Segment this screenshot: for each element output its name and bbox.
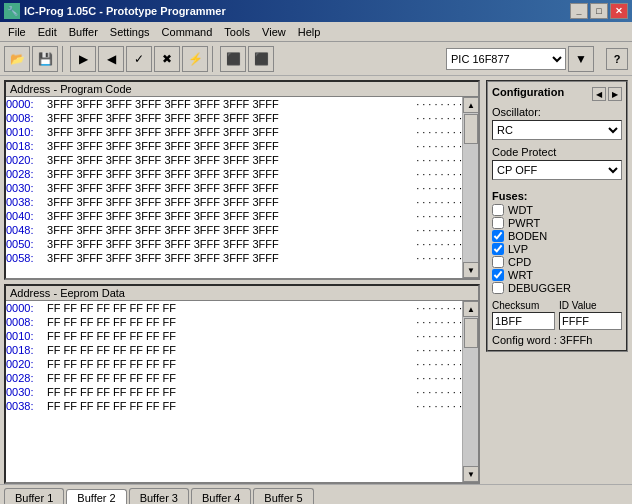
separator-2 <box>212 46 216 72</box>
table-row[interactable]: 0030: FF FF FF FF FF FF FF FF · · · · · … <box>6 385 462 399</box>
menu-command[interactable]: Command <box>156 24 219 40</box>
fuse-label-debugger: DEBUGGER <box>508 282 571 294</box>
menu-bar: File Edit Buffer Settings Command Tools … <box>0 22 632 42</box>
device-dropdown-arrow[interactable]: ▼ <box>568 46 594 72</box>
menu-view[interactable]: View <box>256 24 292 40</box>
title-text: IC-Prog 1.05C - Prototype Programmer <box>24 5 226 17</box>
fuse-checkbox-boden[interactable] <box>492 230 504 242</box>
minimize-button[interactable]: _ <box>570 3 588 19</box>
fuse-label-cpd: CPD <box>508 256 531 268</box>
copy-button[interactable]: ⬛ <box>220 46 246 72</box>
address: 0050: <box>6 237 44 251</box>
dots: · · · · · · · · <box>410 301 462 315</box>
eeprom-scroll-track[interactable] <box>463 317 478 466</box>
program-code-panel: Address - Program Code 0000: 3FFF 3FFF 3… <box>4 80 480 280</box>
close-button[interactable]: ✕ <box>610 3 628 19</box>
fuse-checkbox-wrt[interactable] <box>492 269 504 281</box>
eeprom-scroll-thumb[interactable] <box>464 318 478 348</box>
checksum-field: Checksum <box>492 300 555 330</box>
config-word: Config word : 3FFFh <box>492 334 622 346</box>
left-panel: Address - Program Code 0000: 3FFF 3FFF 3… <box>0 76 484 484</box>
table-row[interactable]: 0028: FF FF FF FF FF FF FF FF · · · · · … <box>6 371 462 385</box>
config-prev-button[interactable]: ◀ <box>592 87 606 101</box>
fuse-checkbox-cpd[interactable] <box>492 256 504 268</box>
menu-edit[interactable]: Edit <box>32 24 63 40</box>
dots: · · · · · · · · <box>410 343 462 357</box>
table-row[interactable]: 0028: 3FFF 3FFF 3FFF 3FFF 3FFF 3FFF 3FFF… <box>6 167 462 181</box>
fuse-checkbox-lvp[interactable] <box>492 243 504 255</box>
table-row[interactable]: 0008: FF FF FF FF FF FF FF FF · · · · · … <box>6 315 462 329</box>
right-panel: Configuration ◀ ▶ Oscillator: RCXTHSLP C… <box>484 76 632 484</box>
tab-buffer-2[interactable]: Buffer 2 <box>66 489 126 504</box>
table-row[interactable]: 0030: 3FFF 3FFF 3FFF 3FFF 3FFF 3FFF 3FFF… <box>6 181 462 195</box>
address: 0008: <box>6 315 44 329</box>
table-row[interactable]: 0018: 3FFF 3FFF 3FFF 3FFF 3FFF 3FFF 3FFF… <box>6 139 462 153</box>
table-row[interactable]: 0018: FF FF FF FF FF FF FF FF · · · · · … <box>6 343 462 357</box>
menu-tools[interactable]: Tools <box>218 24 256 40</box>
tab-buffer-4[interactable]: Buffer 4 <box>191 488 251 504</box>
table-row[interactable]: 0000: 3FFF 3FFF 3FFF 3FFF 3FFF 3FFF 3FFF… <box>6 97 462 111</box>
table-row[interactable]: 0058: 3FFF 3FFF 3FFF 3FFF 3FFF 3FFF 3FFF… <box>6 251 462 265</box>
erase-button[interactable]: ✖ <box>154 46 180 72</box>
oscillator-select[interactable]: RCXTHSLP <box>492 120 622 140</box>
fuse-item-wdt: WDT <box>492 204 622 216</box>
table-row[interactable]: 0008: 3FFF 3FFF 3FFF 3FFF 3FFF 3FFF 3FFF… <box>6 111 462 125</box>
eeprom-scrollbar[interactable]: ▲ ▼ <box>462 301 478 482</box>
tab-buffer-1[interactable]: Buffer 1 <box>4 488 64 504</box>
fuse-item-wrt: WRT <box>492 269 622 281</box>
device-select[interactable]: PIC 16F877 <box>446 48 566 70</box>
read-button[interactable]: ◀ <box>98 46 124 72</box>
eeprom-scroll-up[interactable]: ▲ <box>463 301 478 317</box>
eeprom-data-panel: Address - Eeprom Data 0000: FF FF FF FF … <box>4 284 480 484</box>
paste-button[interactable]: ⬛ <box>248 46 274 72</box>
auto-button[interactable]: ⚡ <box>182 46 208 72</box>
id-value-field: ID Value <box>559 300 622 330</box>
table-row[interactable]: 0048: 3FFF 3FFF 3FFF 3FFF 3FFF 3FFF 3FFF… <box>6 223 462 237</box>
config-title: Configuration <box>492 86 564 98</box>
help-button[interactable]: ? <box>606 48 628 70</box>
menu-settings[interactable]: Settings <box>104 24 156 40</box>
hex-values: FF FF FF FF FF FF FF FF <box>44 371 406 385</box>
hex-values: FF FF FF FF FF FF FF FF <box>44 329 406 343</box>
hex-values: FF FF FF FF FF FF FF FF <box>44 399 406 413</box>
fuse-checkbox-pwrt[interactable] <box>492 217 504 229</box>
dots: · · · · · · · · <box>410 237 462 251</box>
table-row[interactable]: 0020: FF FF FF FF FF FF FF FF · · · · · … <box>6 357 462 371</box>
table-row[interactable]: 0038: FF FF FF FF FF FF FF FF · · · · · … <box>6 399 462 413</box>
config-next-button[interactable]: ▶ <box>608 87 622 101</box>
table-row[interactable]: 0038: 3FFF 3FFF 3FFF 3FFF 3FFF 3FFF 3FFF… <box>6 195 462 209</box>
table-row[interactable]: 0000: FF FF FF FF FF FF FF FF · · · · · … <box>6 301 462 315</box>
code-protect-select[interactable]: CP OFFCP ON <box>492 160 622 180</box>
scroll-thumb[interactable] <box>464 114 478 144</box>
program-code-lines: 0000: 3FFF 3FFF 3FFF 3FFF 3FFF 3FFF 3FFF… <box>6 97 462 278</box>
eeprom-scroll-down[interactable]: ▼ <box>463 466 478 482</box>
scroll-down-arrow[interactable]: ▼ <box>463 262 478 278</box>
maximize-button[interactable]: □ <box>590 3 608 19</box>
window-controls: _ □ ✕ <box>570 3 628 19</box>
table-row[interactable]: 0010: 3FFF 3FFF 3FFF 3FFF 3FFF 3FFF 3FFF… <box>6 125 462 139</box>
menu-help[interactable]: Help <box>292 24 327 40</box>
checksum-input[interactable] <box>492 312 555 330</box>
open-button[interactable]: 📂 <box>4 46 30 72</box>
menu-buffer[interactable]: Buffer <box>63 24 104 40</box>
save-button[interactable]: 💾 <box>32 46 58 72</box>
address: 0018: <box>6 343 44 357</box>
scroll-track[interactable] <box>463 113 478 262</box>
tab-buffer-3[interactable]: Buffer 3 <box>129 488 189 504</box>
address: 0048: <box>6 223 44 237</box>
id-value-input[interactable] <box>559 312 622 330</box>
table-row[interactable]: 0020: 3FFF 3FFF 3FFF 3FFF 3FFF 3FFF 3FFF… <box>6 153 462 167</box>
table-row[interactable]: 0040: 3FFF 3FFF 3FFF 3FFF 3FFF 3FFF 3FFF… <box>6 209 462 223</box>
program-button[interactable]: ▶ <box>70 46 96 72</box>
menu-file[interactable]: File <box>2 24 32 40</box>
fuse-checkbox-wdt[interactable] <box>492 204 504 216</box>
code-protect-label: Code Protect <box>492 146 622 158</box>
tab-buffer-5[interactable]: Buffer 5 <box>253 488 313 504</box>
table-row[interactable]: 0050: 3FFF 3FFF 3FFF 3FFF 3FFF 3FFF 3FFF… <box>6 237 462 251</box>
fuse-label-wdt: WDT <box>508 204 533 216</box>
verify-button[interactable]: ✓ <box>126 46 152 72</box>
fuse-checkbox-debugger[interactable] <box>492 282 504 294</box>
program-code-scrollbar[interactable]: ▲ ▼ <box>462 97 478 278</box>
scroll-up-arrow[interactable]: ▲ <box>463 97 478 113</box>
table-row[interactable]: 0010: FF FF FF FF FF FF FF FF · · · · · … <box>6 329 462 343</box>
